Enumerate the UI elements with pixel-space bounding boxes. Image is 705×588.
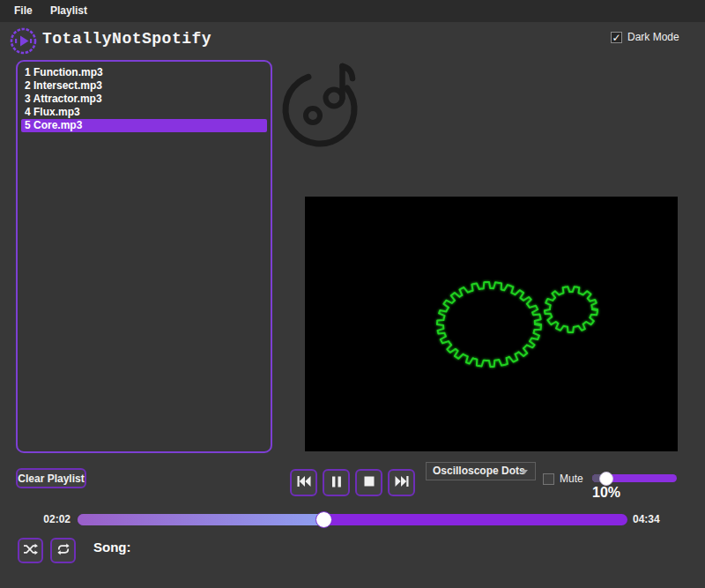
gear-path [437,282,541,367]
playlist-item[interactable]: 2 Intersect.mp3 [21,79,267,93]
elapsed-time-label: 02:02 [35,513,70,525]
mute-toggle[interactable]: Mute [543,473,583,485]
gear-path [545,287,597,332]
pause-button[interactable] [323,469,350,496]
seek-bar[interactable] [78,514,627,525]
menubar: File Playlist [0,0,705,22]
total-time-label: 04:34 [633,513,660,525]
previous-track-button[interactable] [290,469,317,496]
repeat-icon [56,543,70,558]
app-window: File Playlist TotallyNotSpotify ✓ Dark M… [0,0,705,588]
visual-mode-selected: Oscilloscope Dots [433,465,525,477]
oscilloscope-visualizer [305,197,678,451]
repeat-button[interactable] [50,538,76,563]
menu-file[interactable]: File [9,0,38,22]
music-disc-icon [280,53,368,152]
clear-playlist-button[interactable]: Clear Playlist [16,468,86,488]
mute-label: Mute [560,473,583,485]
volume-slider-thumb[interactable] [599,472,613,486]
shuffle-button[interactable] [18,538,43,563]
visual-mode-dropdown[interactable]: Oscilloscope Dots [426,462,536,480]
seek-bar-played-segment [78,514,324,525]
current-song-label: Song: [93,540,131,555]
next-icon [395,475,409,490]
dark-mode-toggle[interactable]: ✓ Dark Mode [611,31,679,43]
playlist-item[interactable]: 5 Core.mp3 [21,119,267,132]
mute-checkbox[interactable] [543,473,554,485]
dark-mode-label: Dark Mode [627,31,679,43]
app-title: TotallyNotSpotify [42,30,212,48]
stop-button[interactable] [355,469,382,496]
chevron-down-icon [521,470,528,474]
shuffle-icon [23,543,38,558]
volume-slider[interactable] [592,474,677,482]
pause-icon [331,476,342,490]
dark-mode-checkbox[interactable]: ✓ [611,32,622,43]
menu-playlist[interactable]: Playlist [45,0,93,22]
stop-icon [364,476,375,489]
playlist-item[interactable]: 3 Attractor.mp3 [21,93,267,106]
playlist-panel[interactable]: 1 Function.mp32 Intersect.mp33 Attractor… [16,60,272,453]
playlist-item[interactable]: 4 Flux.mp3 [21,106,267,119]
volume-percent-label: 10% [592,485,620,501]
seek-bar-thumb[interactable] [315,511,332,528]
app-logo-icon [9,26,38,56]
playlist-item[interactable]: 1 Function.mp3 [21,66,267,79]
next-track-button[interactable] [388,469,415,496]
previous-icon [297,475,311,490]
